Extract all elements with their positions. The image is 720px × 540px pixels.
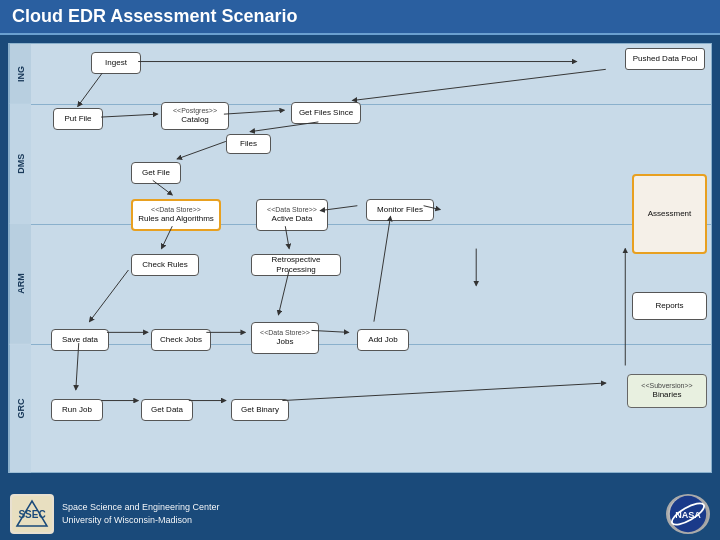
page-title: Cloud EDR Assessment Scenario	[12, 6, 297, 26]
lane-arm: ARM	[9, 224, 31, 344]
footer-text: Space Science and Engineering Center Uni…	[62, 501, 220, 528]
get-data-node: Get Data	[141, 399, 193, 421]
diagram-area: ING DMS ARM GRC Pushed Data Pool Ingest …	[8, 43, 712, 473]
rules-algorithms-node: <<Data Store>> Rules and Algorithms	[131, 199, 221, 231]
put-file-node: Put File	[53, 108, 103, 130]
get-binary-node: Get Binary	[231, 399, 289, 421]
lane-labels: ING DMS ARM GRC	[9, 44, 31, 472]
pushed-data-pool-node: Pushed Data Pool	[625, 48, 705, 70]
assessment-node: Assessment	[632, 174, 707, 254]
reports-node: Reports	[632, 292, 707, 320]
check-rules-node: Check Rules	[131, 254, 199, 276]
retro-processing-node: Retrospective Processing	[251, 254, 341, 276]
run-job-node: Run Job	[51, 399, 103, 421]
ssec-logo: SSEC	[10, 494, 54, 534]
footer-left: SSEC Space Science and Engineering Cente…	[10, 494, 220, 534]
page-header: Cloud EDR Assessment Scenario	[0, 0, 720, 35]
get-files-since-node: Get Files Since	[291, 102, 361, 124]
lane-dms: DMS	[9, 104, 31, 224]
footer: SSEC Space Science and Engineering Cente…	[0, 488, 720, 540]
postgres-catalog-node: <<Postgres>> Catalog	[161, 102, 229, 130]
active-data-node: <<Data Store>> Active Data	[256, 199, 328, 231]
monitor-files-node: Monitor Files	[366, 199, 434, 221]
check-jobs-node: Check Jobs	[151, 329, 211, 351]
diagram-content: Pushed Data Pool Ingest Put File <<Postg…	[31, 44, 711, 472]
nasa-logo: NASA	[666, 494, 710, 534]
ingest-node: Ingest	[91, 52, 141, 74]
get-file-node: Get File	[131, 162, 181, 184]
svg-text:SSEC: SSEC	[18, 509, 45, 520]
add-job-node: Add Job	[357, 329, 409, 351]
lane-grc: GRC	[9, 344, 31, 472]
files-node: Files	[226, 134, 271, 154]
svg-text:NASA: NASA	[675, 510, 701, 520]
lane-ing: ING	[9, 44, 31, 104]
jobs-store-node: <<Data Store>> Jobs	[251, 322, 319, 354]
save-data-node: Save data	[51, 329, 109, 351]
binaries-node: <<Subversion>> Binaries	[627, 374, 707, 408]
